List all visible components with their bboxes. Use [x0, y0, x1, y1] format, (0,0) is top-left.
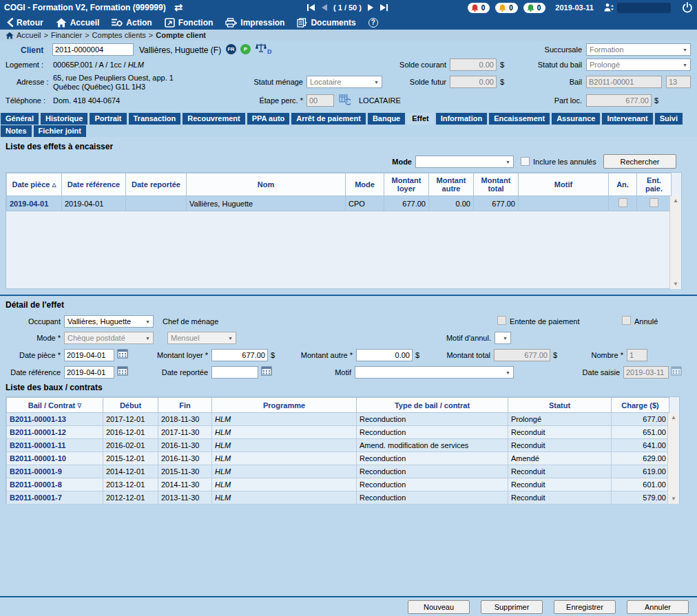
first-record-icon[interactable]: [306, 3, 315, 12]
include-cancelled-checkbox[interactable]: [521, 157, 530, 166]
tab-intervenant[interactable]: Intervenant: [602, 113, 652, 125]
col-fin[interactable]: Fin: [158, 398, 212, 413]
motif-select[interactable]: ▼: [355, 366, 514, 379]
tab-general[interactable]: Général: [1, 113, 39, 125]
etape-refresh-icon[interactable]: [339, 94, 351, 107]
tab-recouvrement[interactable]: Recouvrement: [183, 113, 245, 125]
menu-fonction[interactable]: Fonction: [165, 18, 214, 28]
tab-encaissement[interactable]: Encaissement: [489, 113, 550, 125]
breadcrumb-home-icon[interactable]: [6, 32, 14, 39]
effet-row-selected[interactable]: 2019-04-01 2019-04-01 Vallières, Huguett…: [7, 196, 672, 211]
menu-documents[interactable]: Documents: [297, 18, 355, 28]
col-statut[interactable]: Statut: [508, 398, 612, 413]
menu-retour[interactable]: Retour: [7, 18, 43, 28]
col-type-bail[interactable]: Type de bail / contrat: [357, 398, 508, 413]
date-piece-input[interactable]: 2019-04-01: [64, 349, 114, 361]
menu-retour-label: Retour: [17, 18, 43, 28]
bail-row[interactable]: B2011-00001-7 2012-12-01 2013-11-30 HLM …: [7, 491, 669, 505]
enregistrer-button[interactable]: Enregistrer: [554, 600, 616, 614]
user-menu[interactable]: [603, 3, 671, 13]
montant-loyer-input[interactable]: 677.00: [211, 349, 268, 361]
nouveau-button[interactable]: Nouveau: [408, 600, 470, 614]
col-date-piece[interactable]: Date pièce Δ: [7, 173, 62, 196]
menu-action[interactable]: Action: [112, 18, 152, 28]
annuler-button[interactable]: Annuler: [627, 600, 689, 614]
tab-arret-de-paiement[interactable]: Arrêt de paiement: [291, 113, 366, 125]
bail-row[interactable]: B2011-00001-11 2016-02-01 2016-11-30 HLM…: [7, 439, 669, 452]
col-programme[interactable]: Programme: [212, 398, 357, 413]
logout-button[interactable]: [682, 2, 693, 13]
breadcrumb-financier[interactable]: Financier: [51, 31, 82, 39]
annule-checkbox[interactable]: [622, 316, 631, 325]
bail-row[interactable]: B2011-00001-13 2017-12-01 2018-11-30 HLM…: [7, 413, 669, 426]
col-date-reportee[interactable]: Date reportée: [126, 173, 187, 196]
col-debut[interactable]: Début: [103, 398, 158, 413]
col-motif[interactable]: Motif: [519, 173, 609, 196]
col-montant-autre[interactable]: Montant autre: [429, 173, 474, 196]
bail-row[interactable]: B2011-00001-12 2016-12-01 2017-11-30 HLM…: [7, 426, 669, 439]
tab-fichier-joint[interactable]: Fichier joint: [34, 125, 86, 137]
col-ent-paie[interactable]: Ent. paie.: [637, 173, 672, 196]
occupant-select[interactable]: Vallières, Huguette▼: [64, 315, 154, 328]
scroll-down-icon[interactable]: ▼: [673, 279, 678, 289]
effets-table-scrollbar[interactable]: ▲ ▼: [669, 196, 681, 289]
menu-impression[interactable]: Impression: [225, 18, 284, 28]
succursale-select[interactable]: Formation▼: [586, 43, 691, 56]
breadcrumb-accueil[interactable]: Accueil: [17, 31, 41, 39]
legal-scales-icon[interactable]: [256, 43, 267, 55]
date-reference-input[interactable]: 2019-04-01: [64, 366, 114, 379]
help-button[interactable]: ?: [368, 18, 378, 28]
tab-information[interactable]: Information: [436, 113, 488, 125]
breadcrumb-comptes-clients[interactable]: Comptes clients: [92, 31, 146, 39]
baux-table-scrollbar[interactable]: ▲ ▼: [667, 413, 679, 504]
col-bail-contrat[interactable]: Bail / Contrat ∇: [7, 398, 103, 413]
mode-filter-select[interactable]: ▼: [415, 156, 514, 168]
frequence-select: Mensuel▼: [167, 332, 236, 344]
col-an[interactable]: An.: [609, 173, 637, 196]
tab-assurance[interactable]: Assurance: [552, 113, 600, 125]
tab-portrait[interactable]: Portrait: [90, 113, 126, 125]
client-number-input[interactable]: 2011-0000004: [52, 43, 134, 56]
tab-notes[interactable]: Notes: [1, 125, 32, 137]
statut-bail-select[interactable]: Prolongé▼: [586, 59, 691, 71]
alert-green-badge[interactable]: 0: [523, 3, 546, 13]
date-reportee-calendar-icon[interactable]: [261, 365, 272, 376]
bail-row[interactable]: B2011-00001-10 2015-12-01 2016-11-30 HLM…: [7, 452, 669, 465]
statut-menage-select[interactable]: Locataire▼: [306, 76, 382, 88]
col-nom[interactable]: Nom: [187, 173, 346, 196]
montant-autre-input[interactable]: 0.00: [356, 349, 413, 361]
adresse-line1: 65, rue Des Peupliers Ouest, app. 1: [53, 74, 174, 82]
next-record-icon[interactable]: [367, 3, 374, 12]
tab-transaction[interactable]: Transaction: [129, 113, 181, 125]
scroll-up-icon[interactable]: ▲: [673, 196, 678, 206]
col-charge[interactable]: Charge ($): [612, 398, 669, 413]
payment-p-badge[interactable]: P: [240, 44, 251, 54]
alert-yellow-badge[interactable]: 0: [495, 3, 518, 13]
col-montant-total[interactable]: Montant total: [474, 173, 519, 196]
date-reportee-input[interactable]: [211, 366, 258, 379]
alert-red-badge[interactable]: 0: [468, 3, 490, 13]
rechercher-button[interactable]: Rechercher: [603, 154, 676, 169]
col-mode[interactable]: Mode: [346, 173, 384, 196]
supprimer-button[interactable]: Supprimer: [481, 600, 543, 614]
tab-banque[interactable]: Banque: [368, 113, 405, 125]
tab-effet[interactable]: Effet: [407, 113, 433, 125]
scroll-up-icon[interactable]: ▲: [671, 413, 676, 423]
menu-accueil[interactable]: Accueil: [56, 18, 100, 28]
tab-suivi[interactable]: Suivi: [655, 113, 683, 125]
entente-paiement-checkbox[interactable]: [497, 316, 506, 325]
last-record-icon[interactable]: [379, 3, 388, 12]
date-reference-calendar-icon[interactable]: [117, 365, 128, 376]
bail-row[interactable]: B2011-00001-9 2014-12-01 2015-11-30 HLM …: [7, 465, 669, 478]
previous-record-icon[interactable]: [321, 3, 328, 12]
scroll-down-icon[interactable]: ▼: [671, 494, 676, 504]
refresh-icon[interactable]: ⇄: [174, 1, 183, 14]
date-piece-calendar-icon[interactable]: [117, 348, 128, 359]
bail-row[interactable]: B2011-00001-8 2013-12-01 2014-11-30 HLM …: [7, 478, 669, 491]
tab-ppa-auto[interactable]: PPA auto: [247, 113, 290, 125]
tab-historique[interactable]: Historique: [41, 113, 87, 125]
col-montant-loyer[interactable]: Montant loyer: [384, 173, 429, 196]
col-date-reference[interactable]: Date référence: [62, 173, 126, 196]
language-fr-badge[interactable]: FR: [226, 44, 236, 54]
motif-annul-select[interactable]: ▼: [495, 332, 511, 344]
